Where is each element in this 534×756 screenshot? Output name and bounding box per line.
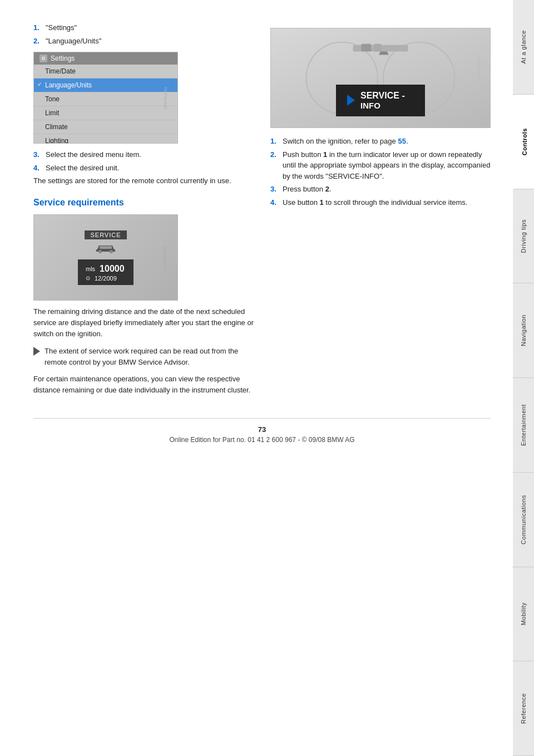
car-icon [95,242,117,257]
service-info-watermark: RICPJLG3A [476,57,480,78]
right-steps: 1. Switch on the ignition, refer to page… [270,136,491,208]
image-watermark: RICPNLG2N [163,86,167,109]
sidebar-tab-driving-tips[interactable]: Driving tips [513,189,534,284]
settings-header: ⚙ Settings [34,52,177,65]
settings-icon: ⚙ [39,55,47,62]
right-step-3: 3. Press button 2. [270,184,491,195]
content-columns: 1. "Settings" 2. "Language/Units" ⚙ Sett… [33,22,491,401]
sidebar-tab-at-a-glance[interactable]: At a glance [513,0,534,95]
left-column: 1. "Settings" 2. "Language/Units" ⚙ Sett… [33,22,254,401]
svg-rect-2 [100,246,112,249]
settings-screenshot: ⚙ Settings Time/Date Language/Units Tone… [33,52,178,144]
service-units-row: mls 10000 [86,264,126,274]
svg-point-0 [98,250,102,253]
menu-item-tone: Tone [34,92,177,106]
svg-point-1 [110,250,113,253]
right-step-4: 4. Use button 1 to scroll through the in… [270,197,491,208]
page-number: 73 [33,425,491,434]
menu-item-limit: Limit [34,106,177,120]
service-info-text: SERVICE - INFO [360,90,405,111]
section-heading-service: Service requirements [33,198,254,208]
svg-rect-6 [361,44,371,52]
note-text: The extent of service work required can … [44,346,254,368]
step-2: 2. "Language/Units" [33,36,254,47]
right-column: SERVICE - INFO RICPJLG3A 1. Switch on th… [270,22,491,401]
service-screenshot: SERVICE mls 10000 [33,214,178,301]
step-1: 1. "Settings" [33,22,254,33]
service-data-box: mls 10000 ⊙ 12/2009 [78,259,134,285]
sidebar-tab-reference[interactable]: Reference [513,661,534,756]
service-info-triangle-icon [347,95,355,106]
svg-rect-7 [374,44,382,52]
page-55-link[interactable]: 55 [398,137,406,145]
footer-copyright: Online Edition for Part no. 01 41 2 600 … [33,436,491,444]
sidebar-tab-entertainment[interactable]: Entertainment [513,378,534,473]
service-label: SERVICE [85,230,126,239]
body-text-1: The settings are stored for the remote c… [33,175,254,186]
menu-item-lighting: Lighting [34,134,177,144]
step-3: 3. Select the desired menu item. [33,149,254,160]
sidebar-tab-navigation[interactable]: Navigation [513,283,534,378]
settings-menu-list: Time/Date Language/Units Tone Limit Clim… [34,65,177,144]
note-box: The extent of service work required can … [33,346,254,368]
sidebar-tab-mobility[interactable]: Mobility [513,567,534,662]
service-info-screenshot: SERVICE - INFO RICPJLG3A [270,28,491,128]
service-display-inner: SERVICE mls 10000 [78,215,134,300]
service-info-overlay: SERVICE - INFO [336,85,425,116]
settings-image-inner: ⚙ Settings Time/Date Language/Units Tone… [34,52,177,143]
menu-item-language: Language/Units [34,78,177,92]
menu-item-climate: Climate [34,120,177,134]
service-image-watermark: RCEN4JG2A [163,246,167,269]
sidebar-tab-communications[interactable]: Communications [513,473,534,567]
page-footer: 73 Online Edition for Part no. 01 41 2 6… [33,418,491,444]
right-step-2: 2. Push button 1 in the turn indicator l… [270,149,491,182]
body-text-3: For certain maintenance operations, you … [33,374,254,396]
note-triangle-icon [33,347,40,356]
right-step-1: 1. Switch on the ignition, refer to page… [270,136,491,147]
body-text-2: The remaining driving distance and the d… [33,306,254,340]
main-content: 1. "Settings" 2. "Language/Units" ⚙ Sett… [0,0,513,477]
menu-item-timedate: Time/Date [34,65,177,78]
sidebar: At a glance Controls Driving tips Naviga… [513,0,534,756]
service-date-row: ⊙ 12/2009 [86,275,126,282]
sidebar-tab-controls[interactable]: Controls [513,95,534,189]
step-4: 4. Select the desired unit. [33,163,254,174]
